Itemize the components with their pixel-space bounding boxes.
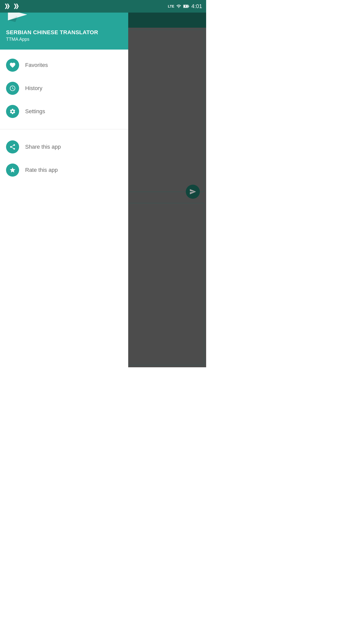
share-icon-circle — [6, 140, 19, 153]
settings-icon-circle — [6, 105, 19, 118]
menu-item-share[interactable]: Share this app — [0, 135, 128, 158]
favorites-icon-circle — [6, 59, 19, 72]
drawer-primary-menu: Favorites History Settings — [0, 50, 128, 127]
clock-icon — [9, 85, 16, 92]
drawer-scrim[interactable] — [128, 0, 206, 367]
status-bar-left — [4, 3, 20, 10]
app-subtitle: TTMA Apps — [6, 37, 122, 42]
share-label: Share this app — [25, 144, 61, 150]
menu-item-settings[interactable]: Settings — [0, 100, 128, 123]
lte-icon: LTE — [168, 4, 174, 8]
menu-item-rate[interactable]: Rate this app — [0, 158, 128, 182]
history-label: History — [25, 85, 42, 92]
favorites-label: Favorites — [25, 62, 48, 68]
status-time: 4:01 — [191, 3, 202, 10]
navigation-drawer: SERBIAN CHINESE TRANSLATOR TTMA Apps Fav… — [0, 0, 128, 367]
settings-label: Settings — [25, 108, 45, 115]
menu-item-favorites[interactable]: Favorites — [0, 54, 128, 77]
history-icon-circle — [6, 82, 19, 95]
heart-icon — [9, 62, 16, 68]
menu-item-history[interactable]: History — [0, 77, 128, 100]
android-n-logo-1 — [4, 3, 11, 10]
drawer-divider — [0, 129, 128, 129]
app-title: SERBIAN CHINESE TRANSLATOR — [6, 29, 122, 36]
status-bar: LTE 4:01 — [0, 0, 206, 13]
gear-icon — [9, 108, 16, 115]
battery-icon — [183, 4, 189, 9]
rate-icon-circle — [6, 164, 19, 177]
android-n-logo-2 — [13, 3, 20, 10]
status-bar-right: LTE 4:01 — [168, 3, 202, 10]
rate-label: Rate this app — [25, 167, 58, 173]
main-layout: CHINESE SERBIAN CHIN — [0, 13, 206, 367]
drawer-secondary-menu: Share this app Rate this app — [0, 131, 128, 186]
star-icon — [9, 167, 16, 173]
svg-rect-1 — [188, 6, 189, 7]
app-info: SERBIAN CHINESE TRANSLATOR TTMA Apps — [6, 29, 122, 42]
signal-icon — [176, 4, 181, 9]
share-icon — [9, 144, 16, 150]
